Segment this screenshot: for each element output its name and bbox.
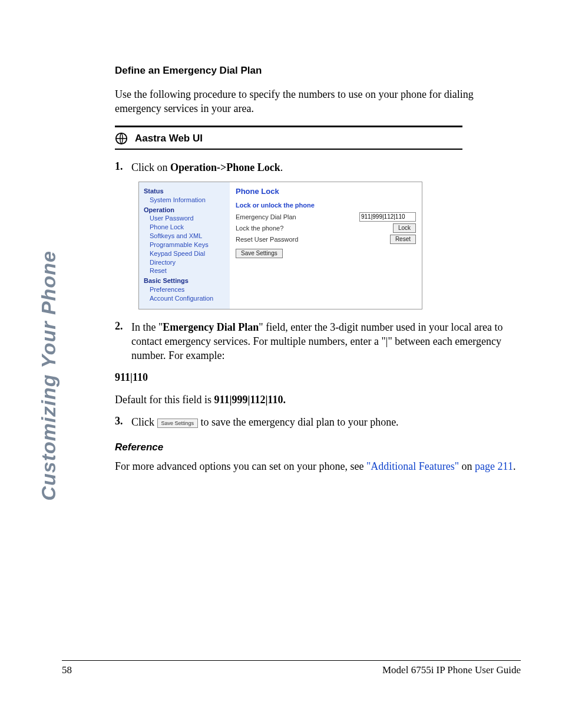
row-emergency-label: Emergency Dial Plan [236,213,359,220]
page-number: 58 [62,664,72,676]
emergency-dial-plan-input[interactable] [359,212,416,222]
default-a: Default for this field is [115,394,214,406]
side-user-pw[interactable]: User Password [144,214,225,223]
step2-bold: Emergency Dial Plan [163,321,259,333]
link-page-211[interactable]: page 211 [475,460,513,472]
ref-mid: on [459,460,475,472]
figure-title: Phone Lock [236,187,416,196]
side-sys-info[interactable]: System Information [144,196,225,205]
side-directory[interactable]: Directory [144,258,225,267]
side-status: Status [144,187,225,196]
side-prog-keys[interactable]: Programmable Keys [144,241,225,249]
reference-heading: Reference [115,442,518,453]
step-number: 1. [115,160,131,174]
sidebar-band: Customizing Your Phone [37,53,62,507]
step3-b: to save the emergency dial plan to your … [198,416,399,428]
side-reset[interactable]: Reset [144,266,225,275]
side-prefs[interactable]: Preferences [144,285,225,294]
lock-button[interactable]: Lock [393,223,416,233]
step1-prefix: Click on [131,162,170,173]
ref-end: . [513,460,516,472]
step-number: 3. [115,415,131,429]
row-lock-label: Lock the phone? [236,225,393,232]
steps-list: 1. Click on Operation->Phone Lock. [115,160,518,174]
figure-main: Phone Lock Lock or unlock the phone Emer… [230,182,422,309]
step1-suffix: . [280,162,283,173]
heading-define-emergency: Define an Emergency Dial Plan [115,65,518,77]
side-basic: Basic Settings [144,276,225,285]
reference-text: For more advanced options you can set on… [115,459,518,473]
ref-a: For more advanced options you can set on… [115,460,366,472]
figure-sidebar: Status System Information Operation User… [139,182,230,309]
default-b: 911|999|112|110. [214,394,285,406]
side-operation: Operation [144,206,225,215]
default-text: Default for this field is 911|999|112|11… [115,393,518,407]
side-phone-lock[interactable]: Phone Lock [144,223,225,232]
example-bold: 911|110 [115,371,148,383]
page-footer: 58 Model 6755i IP Phone User Guide [62,660,521,676]
steps-list-2: 2. In the "Emergency Dial Plan" field, e… [115,320,518,363]
figure-subtitle: Lock or unlock the phone [236,202,416,209]
step-2-text: In the "Emergency Dial Plan" field, ente… [131,320,518,363]
instruction-banner: Aastra Web UI [115,126,462,150]
page-content: Define an Emergency Dial Plan Use the fo… [115,65,518,482]
footer-title: Model 6755i IP Phone User Guide [382,664,521,676]
side-softkeys[interactable]: Softkeys and XML [144,232,225,241]
example-value: 911|110 [115,370,518,384]
side-acct[interactable]: Account Configuration [144,294,225,303]
step3-a: Click [131,416,157,428]
inline-save-settings-button: Save Settings [157,419,199,428]
link-additional-features[interactable]: "Additional Features" [366,460,459,472]
phone-lock-screenshot: Status System Information Operation User… [138,182,422,309]
instruction-title: Aastra Web UI [135,133,203,144]
save-settings-button[interactable]: Save Settings [236,249,283,258]
step-3-text: Click Save Settings to save the emergenc… [131,415,518,429]
intro-text: Use the following procedure to specify t… [115,87,518,116]
reset-button[interactable]: Reset [390,235,416,244]
step-number: 2. [115,320,131,363]
globe-icon [115,132,128,145]
row-reset-label: Reset User Password [236,236,390,243]
side-keypad[interactable]: Keypad Speed Dial [144,249,225,258]
step2-a: In the " [131,321,163,333]
step-1-text: Click on Operation->Phone Lock. [131,160,518,174]
steps-list-3: 3. Click Save Settings to save the emerg… [115,415,518,429]
step1-bold: Operation->Phone Lock [170,162,280,173]
section-title-vertical: Customizing Your Phone [37,65,60,501]
